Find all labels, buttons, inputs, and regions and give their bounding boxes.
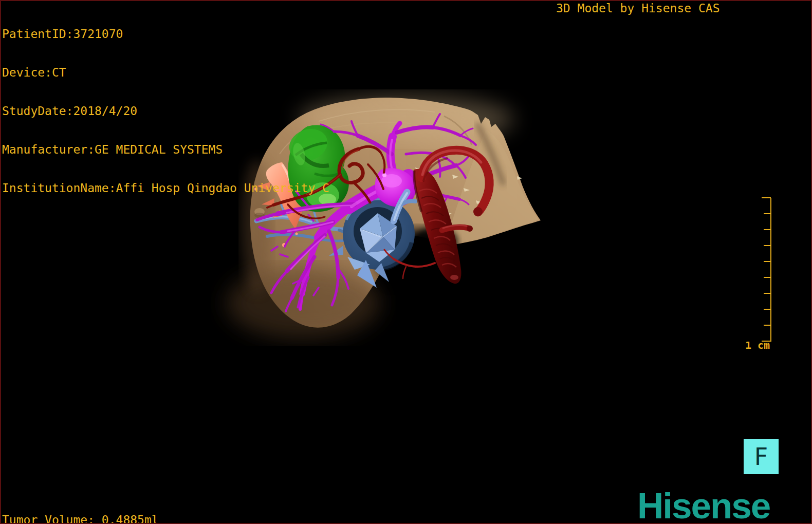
brand-logo: Hisense bbox=[637, 485, 770, 524]
device-text: Device:CT bbox=[2, 66, 329, 79]
manufacturer-text: Manufacturer:GE MEDICAL SYSTEMS bbox=[2, 143, 329, 156]
patient-id-text: PatientID:3721070 bbox=[2, 28, 329, 41]
volume-measurements: Tumor Volume: 0.4885ml Liver Volume: 811… bbox=[2, 488, 159, 524]
orientation-marker[interactable]: F bbox=[744, 439, 779, 474]
institution-text: InstitutionName:Affi Hosp Qingdao Univer… bbox=[2, 182, 329, 195]
watermark-text: 3D Model by Hisense CAS bbox=[556, 2, 720, 15]
medical-3d-viewer: PatientID:3721070 Device:CT StudyDate:20… bbox=[0, 0, 812, 524]
study-date-text: StudyDate:2018/4/20 bbox=[2, 105, 329, 118]
patient-info: PatientID:3721070 Device:CT StudyDate:20… bbox=[2, 2, 329, 220]
tumor-volume-text: Tumor Volume: 0.4885ml bbox=[2, 514, 159, 524]
scale-bar-label: 1 cm bbox=[745, 339, 770, 351]
scale-bar bbox=[762, 198, 771, 342]
